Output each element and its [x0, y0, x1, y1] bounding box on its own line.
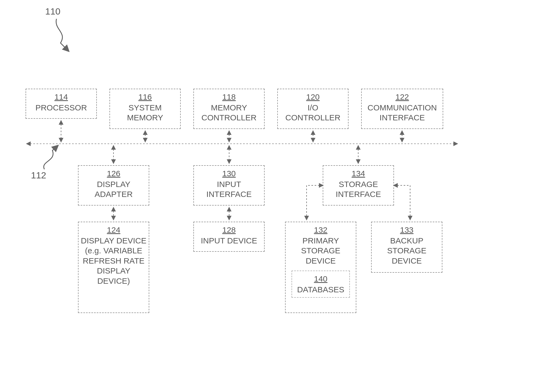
diagram-canvas: 110 112 114 PROCESSOR 116 SYSTEM MEMORY …: [0, 0, 547, 392]
connectors-svg: [0, 0, 547, 392]
